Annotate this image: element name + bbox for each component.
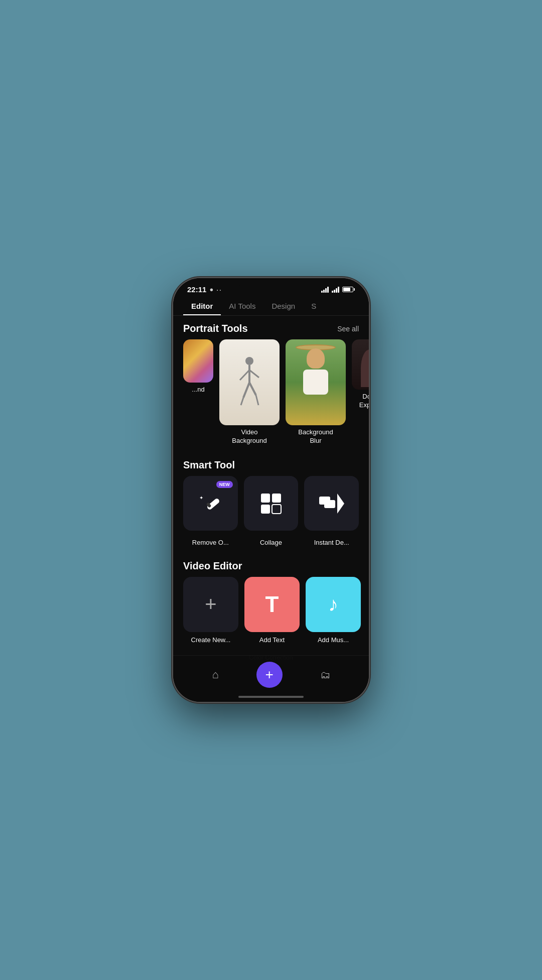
svg-rect-14 [272, 505, 281, 514]
see-all-link[interactable]: See all [337, 325, 359, 333]
list-item: T Add Text [244, 577, 300, 644]
video-editor-grid: + Create New... T Add Text ♪ Add Mu [173, 577, 369, 651]
home-icon: ⌂ [212, 668, 218, 681]
create-new-label: Create New... [191, 636, 231, 644]
nav-create-button[interactable]: + [256, 662, 283, 688]
svg-marker-17 [337, 494, 344, 514]
svg-line-2 [240, 370, 249, 380]
dancer-silhouette [236, 355, 263, 410]
portrait-card-label: VideoBackground [232, 428, 266, 445]
svg-line-6 [241, 398, 243, 405]
list-item[interactable]: Do...Expo... [352, 339, 369, 445]
list-item: Collage [244, 476, 299, 546]
svg-rect-13 [261, 505, 270, 514]
portrait-card-label: BackgroundBlur [298, 428, 333, 445]
portrait-tools-scroll[interactable]: ...nd [173, 339, 369, 452]
music-icon: ♪ [328, 593, 338, 616]
status-icons [321, 287, 355, 293]
nav-create-icon: + [265, 668, 273, 682]
portrait-section-title: Portrait Tools [183, 323, 248, 334]
bottom-navigation: ⌂ + 🗂 [173, 655, 369, 702]
smart-tool-header: Smart Tool [173, 452, 369, 476]
add-music-button[interactable]: ♪ [306, 577, 361, 632]
tab-ai-tools[interactable]: AI Tools [221, 297, 263, 315]
remove-objects-label: Remove O... [190, 535, 231, 546]
add-text-button[interactable]: T [244, 577, 300, 632]
list-item: Instant De... [304, 476, 359, 546]
tab-navigation: Editor AI Tools Design S [173, 297, 369, 316]
main-content: Portrait Tools See all ...nd [173, 316, 369, 702]
status-dots: ·· [216, 286, 222, 294]
instant-decor-label: Instant De... [312, 535, 351, 546]
svg-point-0 [245, 357, 253, 365]
battery-icon [342, 287, 355, 292]
smart-tool-title: Smart Tool [183, 459, 235, 471]
instant-decor-button[interactable] [304, 476, 359, 531]
plus-icon: + [205, 593, 216, 616]
svg-text:✦: ✦ [199, 495, 203, 501]
tab-design[interactable]: Design [263, 297, 303, 315]
collage-label: Collage [258, 535, 284, 546]
whatsapp-icon: ● [209, 286, 213, 293]
list-item[interactable]: VideoBackground [219, 339, 280, 445]
add-music-label: Add Mus... [318, 636, 349, 644]
create-new-button[interactable]: + [183, 577, 238, 632]
portrait-card-label: Do...Expo... [359, 393, 369, 410]
video-editor-header: Video Editor [173, 553, 369, 577]
notch [238, 278, 304, 291]
nav-home[interactable]: ⌂ [212, 668, 218, 681]
svg-line-3 [249, 370, 259, 378]
portrait-card-label: ...nd [192, 386, 204, 394]
signal-1-icon [321, 287, 329, 293]
instant-decor-icon [319, 494, 344, 514]
list-item: + Create New... [183, 577, 238, 644]
list-item[interactable]: ...nd [183, 339, 213, 445]
add-text-label: Add Text [259, 636, 285, 644]
new-badge: NEW [216, 481, 233, 488]
screen: 22:11 ● ·· [173, 278, 369, 702]
status-time: 22:11 [187, 285, 206, 294]
svg-rect-16 [324, 500, 335, 508]
folder-icon: 🗂 [320, 669, 330, 681]
video-editor-title: Video Editor [183, 560, 242, 572]
signal-2-icon [332, 287, 339, 293]
smart-tool-grid: NEW ✦ Remove O... [173, 476, 369, 553]
list-item: ♪ Add Mus... [306, 577, 361, 644]
svg-rect-12 [272, 494, 281, 503]
remove-objects-icon: ✦ [197, 491, 223, 517]
svg-rect-11 [261, 494, 270, 503]
svg-line-5 [249, 383, 256, 395]
home-indicator [238, 696, 304, 698]
tab-s[interactable]: S [303, 297, 324, 315]
tab-editor[interactable]: Editor [183, 297, 221, 315]
remove-objects-button[interactable]: NEW ✦ [183, 476, 238, 531]
list-item: NEW ✦ Remove O... [183, 476, 238, 546]
collage-icon [259, 492, 283, 516]
collage-button[interactable] [244, 476, 299, 531]
nav-projects[interactable]: 🗂 [320, 669, 330, 681]
phone-frame: 22:11 ● ·· [173, 278, 369, 702]
svg-line-7 [256, 395, 258, 405]
text-icon: T [265, 592, 279, 617]
portrait-section-header: Portrait Tools See all [173, 316, 369, 339]
list-item[interactable]: BackgroundBlur [286, 339, 346, 445]
svg-line-4 [243, 383, 249, 398]
